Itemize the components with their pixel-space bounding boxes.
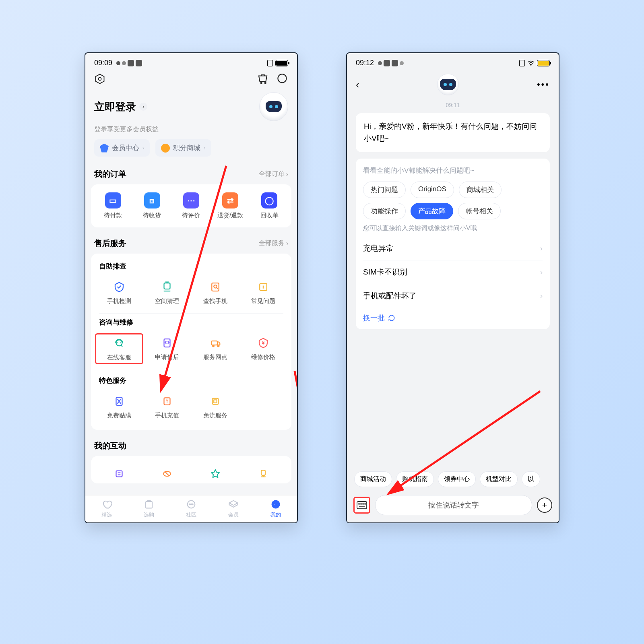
qa-item[interactable]: 充电异常›	[363, 237, 543, 260]
service-label: 常见问题	[251, 297, 275, 305]
suggestion-chip[interactable]: 机型对比	[480, 471, 518, 487]
service-item[interactable]: 常见问题	[239, 277, 288, 308]
order-label: 待付款	[104, 212, 122, 219]
qa-item[interactable]: 手机或配件坏了›	[363, 284, 543, 308]
chip-label: 积分商城	[173, 143, 200, 153]
service-item[interactable]: 免费贴膜	[95, 392, 143, 422]
nav-icon	[143, 499, 155, 510]
svg-text:¥: ¥	[262, 340, 265, 346]
app-icon	[128, 60, 134, 66]
order-item[interactable]: ⧈ 待收货	[132, 190, 171, 222]
refresh-button[interactable]: 换一批	[363, 308, 543, 325]
order-item[interactable]: ▭ 待付款	[93, 190, 132, 222]
interact-item[interactable]	[95, 464, 143, 483]
keyboard-icon	[357, 501, 367, 509]
interact-title: 我的互动	[94, 440, 126, 451]
add-button[interactable]: +	[537, 497, 552, 513]
service-icon	[256, 280, 270, 294]
keyword-hint: 您可以直接输入关键词或像这样问小V哦	[363, 224, 543, 233]
svg-point-2	[261, 83, 262, 84]
suggestion-strip: 商城活动购机指南领券中心机型对比以	[347, 467, 559, 491]
service-item[interactable]: ¥ 维修价格	[239, 333, 288, 364]
category-pill[interactable]: 功能操作	[363, 203, 406, 219]
login-title: 立即登录	[94, 100, 136, 114]
order-label: 待收货	[143, 212, 161, 219]
app-icon	[136, 60, 142, 66]
nav-tab[interactable]: 社区	[170, 499, 212, 518]
service-item[interactable]: 申请售后	[143, 333, 192, 364]
svg-point-1	[99, 78, 101, 80]
service-title: 售后服务	[94, 238, 126, 249]
bottom-nav: 精选 选购 社区 会员 我的	[85, 495, 297, 522]
interact-item[interactable]	[191, 464, 239, 483]
category-pill[interactable]: OriginOS	[411, 182, 454, 198]
nav-icon	[270, 499, 281, 510]
chevron-right-icon: ›	[540, 244, 543, 253]
voice-input[interactable]: 按住说话转文字	[375, 495, 532, 515]
service-item[interactable]: 服务网点	[191, 333, 239, 364]
suggestion-chip[interactable]: 购机指南	[396, 471, 434, 487]
service-label: 申请售后	[155, 353, 179, 361]
vip-center-chip[interactable]: 会员中心›	[94, 139, 150, 157]
chevron-right-icon: ›	[139, 103, 147, 111]
nav-label: 选购	[144, 511, 154, 518]
help-card: 看看全能的小V都能解决什么问题吧~ 热门问题OriginOS商城相关功能操作产品…	[356, 159, 550, 329]
back-button[interactable]: ‹	[356, 78, 359, 91]
category-pill[interactable]: 帐号相关	[458, 203, 501, 219]
consult-title: 咨询与维修	[93, 317, 289, 331]
nav-tab[interactable]: 会员	[213, 499, 255, 518]
service-icon: ¥	[256, 336, 270, 350]
cart-icon[interactable]	[257, 73, 269, 85]
service-item[interactable]: 免流服务	[191, 392, 239, 422]
order-item[interactable]: ◯ 回收单	[250, 190, 289, 222]
avatar[interactable]	[259, 92, 288, 121]
app-icon	[392, 60, 398, 66]
interact-icon	[112, 466, 126, 481]
status-time: 09:09	[94, 59, 112, 67]
keyboard-button[interactable]	[353, 497, 370, 514]
service-item[interactable]: 在线客服	[95, 333, 143, 364]
service-icon	[112, 280, 126, 294]
interact-item[interactable]	[239, 464, 288, 483]
login-button[interactable]: 立即登录 ›	[94, 100, 147, 114]
bot-avatar	[437, 74, 459, 95]
order-icon: ⋯	[183, 192, 199, 208]
svg-point-39	[363, 504, 363, 504]
help-title: 看看全能的小V都能解决什么问题吧~	[363, 166, 543, 175]
service-icon	[160, 336, 174, 350]
interact-icon	[208, 466, 223, 481]
order-item[interactable]: ⇄ 退货/退款	[211, 190, 250, 222]
suggestion-chip[interactable]: 商城活动	[354, 471, 392, 487]
points-mall-chip[interactable]: 积分商城›	[155, 139, 211, 157]
category-pill[interactable]: 产品故障	[411, 203, 453, 219]
suggestion-chip[interactable]: 领券中心	[438, 471, 476, 487]
login-subtitle: 登录享受更多会员权益	[85, 125, 297, 139]
nav-tab[interactable]: 精选	[85, 499, 128, 518]
all-services-link[interactable]: 全部服务 ›	[259, 239, 288, 248]
order-icon: ⧈	[144, 192, 160, 208]
all-orders-link[interactable]: 全部订单 ›	[259, 170, 288, 178]
order-item[interactable]: ⋯ 待评价	[171, 190, 211, 222]
service-label: 免费贴膜	[107, 412, 131, 419]
suggestion-chip[interactable]: 以	[522, 471, 540, 487]
category-pill[interactable]: 商城相关	[459, 182, 502, 198]
service-label: 在线客服	[107, 354, 131, 361]
interact-item[interactable]	[143, 464, 192, 483]
more-button[interactable]: •••	[537, 79, 550, 90]
order-icon: ▭	[105, 192, 121, 208]
service-item[interactable]: 查找手机	[191, 277, 239, 308]
category-pill[interactable]: 热门问题	[363, 182, 406, 198]
service-item[interactable]: 空间清理	[143, 277, 192, 308]
message-icon[interactable]	[276, 73, 288, 85]
svg-point-15	[217, 345, 219, 347]
nav-tab[interactable]: 选购	[128, 499, 170, 518]
svg-point-10	[117, 343, 118, 344]
nav-tab[interactable]: 我的	[255, 499, 297, 518]
sim-icon	[267, 60, 273, 66]
settings-hex-icon[interactable]	[94, 73, 105, 85]
qa-item[interactable]: SIM卡不识别›	[363, 260, 543, 284]
vip-icon	[100, 144, 109, 153]
service-item[interactable]: ¥ 手机充值	[143, 392, 192, 422]
svg-point-30	[272, 500, 280, 509]
service-item[interactable]: 手机检测	[95, 277, 143, 308]
